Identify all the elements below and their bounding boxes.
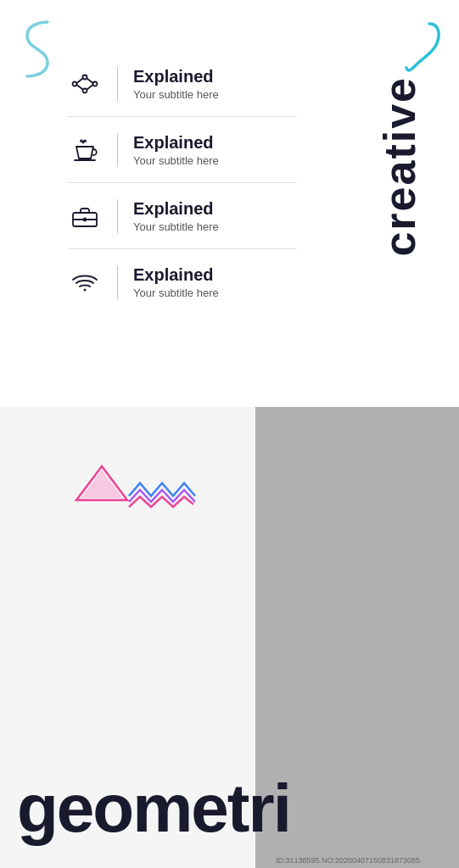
feature-title-2: Explained	[133, 132, 219, 153]
feature-list: Explained Your subtitle here	[68, 51, 297, 314]
feature-text-3: Explained Your subtitle here	[133, 198, 219, 233]
squiggle-icon	[17, 15, 58, 83]
svg-marker-14	[81, 470, 123, 498]
feature-subtitle-2: Your subtitle here	[133, 154, 219, 167]
network-icon	[68, 67, 102, 101]
feature-subtitle-3: Your subtitle here	[133, 220, 219, 233]
divider	[117, 265, 118, 299]
svg-point-2	[93, 81, 98, 86]
feature-text-1: Explained Your subtitle here	[133, 66, 219, 101]
creative-label: creative	[374, 76, 425, 257]
feature-text-4: Explained Your subtitle here	[133, 264, 219, 299]
feature-title-1: Explained	[133, 66, 219, 86]
feature-item-2: Explained Your subtitle here	[68, 117, 297, 183]
svg-point-0	[73, 81, 77, 86]
feature-text-2: Explained Your subtitle here	[133, 132, 219, 167]
feature-title-4: Explained	[133, 264, 219, 285]
feature-item-4: Explained Your subtitle here	[68, 249, 297, 314]
logo-mark	[68, 458, 204, 509]
bottom-section: geometri ID:31138595 NO:2020040715083187…	[0, 407, 459, 868]
wifi-icon	[68, 265, 102, 299]
svg-point-11	[84, 218, 87, 220]
svg-line-4	[77, 78, 83, 83]
svg-line-5	[87, 78, 93, 83]
svg-line-6	[87, 85, 93, 90]
feature-item-3: Explained Your subtitle here	[68, 183, 297, 249]
divider	[117, 199, 118, 233]
divider	[117, 133, 118, 167]
svg-point-12	[84, 288, 87, 291]
divider	[117, 67, 118, 101]
feature-title-3: Explained	[133, 198, 219, 219]
coffee-icon	[68, 133, 102, 167]
feature-subtitle-1: Your subtitle here	[133, 88, 219, 101]
svg-line-7	[77, 85, 83, 90]
feature-item-1: Explained Your subtitle here	[68, 51, 297, 117]
brand-name: geometri	[17, 775, 290, 843]
watermark: ID:31138595 NO:20200407150831873085	[246, 856, 450, 865]
bean-icon	[391, 15, 442, 75]
feature-subtitle-4: Your subtitle here	[133, 287, 219, 299]
top-card: creative Explained Your subtitle	[0, 0, 459, 407]
briefcase-icon	[68, 199, 102, 233]
